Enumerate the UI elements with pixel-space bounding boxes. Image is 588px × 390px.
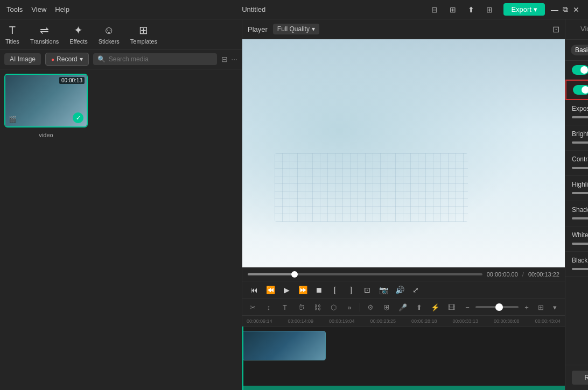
window-restore-icon[interactable]: ⧉ [560, 4, 571, 15]
chevron-down-icon: ▾ [312, 25, 315, 33]
reset-button[interactable]: Reset [572, 371, 588, 385]
clip-thumbnail [243, 331, 325, 360]
track-clip[interactable] [242, 331, 326, 360]
player-timeline[interactable] [248, 273, 482, 275]
play-btn[interactable]: ▶ [280, 283, 293, 296]
import-icon[interactable]: ⬆ [413, 301, 425, 313]
exposure-header: Exposure 0.00 [572, 104, 588, 113]
tool-stickers[interactable]: ☺ Stickers [99, 24, 120, 45]
highlight-header: Highlight 0.00 [572, 180, 588, 189]
share-icon[interactable]: ⬆ [466, 4, 477, 15]
window-close-icon[interactable]: ✕ [571, 4, 582, 15]
brightness-label: Brightness [572, 130, 588, 138]
contrast-fill [572, 167, 588, 169]
tool-titles[interactable]: T Titles [5, 24, 19, 45]
export-button[interactable]: Export ▾ [503, 3, 545, 16]
zoom-slider[interactable] [475, 306, 519, 308]
search-icon: 🔍 [97, 55, 106, 63]
chevron-down-icon: ▾ [80, 55, 83, 63]
video-area [242, 39, 565, 267]
brightness-track[interactable] [572, 141, 588, 144]
highlight-track[interactable] [572, 192, 588, 194]
shield-icon[interactable]: ⛨ [381, 301, 393, 313]
text-icon[interactable]: T [279, 301, 291, 313]
mic-icon[interactable]: 🎤 [397, 301, 409, 313]
contrast-track[interactable] [572, 167, 588, 169]
toggle-dot [580, 66, 588, 74]
ripple-icon[interactable]: ↕ [263, 301, 275, 313]
contrast-header: Contrast 0.00 [572, 155, 588, 164]
menu-tools[interactable]: Tools [6, 5, 23, 13]
timer-icon[interactable]: ⏱ [295, 301, 307, 313]
minimize-window-icon[interactable]: ⊟ [429, 4, 440, 15]
shadow-label: Shadow [572, 206, 588, 214]
player-header: Player Full Quality ▾ ⊡ [242, 19, 565, 39]
white-header: White 0.00 [572, 231, 588, 239]
window-min-icon[interactable]: — [549, 4, 560, 15]
menu-view[interactable]: View [31, 5, 46, 13]
titles-icon: T [9, 24, 16, 37]
grid-view-icon[interactable]: ⊞ [535, 301, 547, 313]
rewind-btn[interactable]: ⏮ [248, 283, 261, 296]
maximize-window-icon[interactable]: ⊞ [447, 4, 458, 15]
selected-check-icon: ✓ [73, 112, 83, 123]
volume-btn[interactable]: 🔊 [393, 283, 406, 296]
zoom-in-icon[interactable]: + [521, 301, 533, 313]
out-point-btn[interactable]: ] [345, 283, 358, 296]
menu-help[interactable]: Help [55, 5, 69, 13]
brightness-slider-section: Brightness 0.00 [565, 125, 588, 151]
color-section-row: Color [565, 61, 588, 80]
ruler-marks: 00:00:09:14 00:00:14:09 00:00:19:04 00:0… [247, 318, 561, 324]
white-label: White [572, 231, 588, 239]
brightness-header: Brightness 0.00 [572, 130, 588, 138]
black-header: Black [572, 256, 588, 265]
black-track[interactable] [572, 268, 588, 270]
in-point-btn[interactable]: [ [328, 283, 341, 296]
total-time: 00:00:13:22 [528, 271, 559, 278]
playback-controls: ⏮ ⏪ ▶ ⏩ ⏹ [ ] ⊡ 📷 🔊 ⤢ [242, 281, 565, 299]
filter-icon[interactable]: ⊟ [221, 55, 228, 63]
ai-image-button[interactable]: AI Image [4, 53, 41, 65]
timeline-ruler: 00:00:09:14 00:00:14:09 00:00:19:04 00:0… [242, 316, 565, 327]
black-fill [572, 268, 588, 270]
toggle-dot [582, 86, 588, 94]
tab-video[interactable]: Video [565, 19, 588, 39]
grid-icon[interactable]: ⊞ [484, 4, 495, 15]
zoom-out-icon[interactable]: − [461, 301, 473, 313]
film-icon[interactable]: 🎞 [445, 301, 457, 313]
quality-select[interactable]: Full Quality ▾ [273, 24, 319, 34]
search-input[interactable] [109, 55, 213, 63]
search-media-container: 🔍 [93, 53, 218, 65]
more-icon[interactable]: » [344, 301, 355, 313]
right-bottom: Reset Save as custom [565, 365, 588, 390]
stop-btn[interactable]: ⏹ [312, 283, 325, 296]
color-toggle[interactable] [572, 65, 588, 75]
more-options-icon[interactable]: ··· [231, 55, 237, 63]
subtab-basic[interactable]: Basic [571, 45, 588, 55]
current-time: 00:00:00.00 [487, 271, 518, 278]
fullscreen-icon[interactable]: ⊡ [552, 24, 559, 34]
link-icon[interactable]: ⛓ [311, 301, 323, 313]
tool-effects[interactable]: ✦ Effects [69, 24, 87, 45]
cut-icon[interactable]: ✂ [247, 301, 258, 313]
media-thumbnail[interactable]: 00:00:13 🎬 ✓ [4, 74, 88, 127]
tool-templates[interactable]: ⊞ Templates [130, 24, 157, 45]
light-toggle[interactable] [573, 85, 588, 95]
shadow-track[interactable] [572, 217, 588, 219]
snapshot-btn[interactable]: 📷 [377, 283, 390, 296]
step-forward-btn[interactable]: ⏩ [296, 283, 309, 296]
left-panel: T Titles ⇌ Transitions ✦ Effects ☺ Stick… [0, 19, 242, 390]
timeline-section: ✂ ↕ T ⏱ ⛓ ⬡ » ⚙ ⛨ 🎤 ⬆ ⚡ 🎞 − + [242, 299, 565, 390]
insert-icon[interactable]: ⬡ [327, 301, 339, 313]
exposure-track[interactable] [572, 116, 588, 118]
settings-icon[interactable]: ⚙ [365, 301, 376, 313]
record-button[interactable]: ● Record ▾ [45, 53, 89, 66]
crop-btn[interactable]: ⊡ [361, 283, 374, 296]
more-options-icon[interactable]: ▾ [549, 301, 561, 313]
edit2-icon[interactable]: ⚡ [429, 301, 441, 313]
step-back-btn[interactable]: ⏪ [264, 283, 277, 296]
color-subtabs: Basic HSL C ⧉ ⊟ ▾ [565, 40, 588, 61]
white-track[interactable] [572, 243, 588, 245]
tool-transitions[interactable]: ⇌ Transitions [30, 24, 59, 45]
fullscreen-btn[interactable]: ⤢ [409, 283, 422, 296]
